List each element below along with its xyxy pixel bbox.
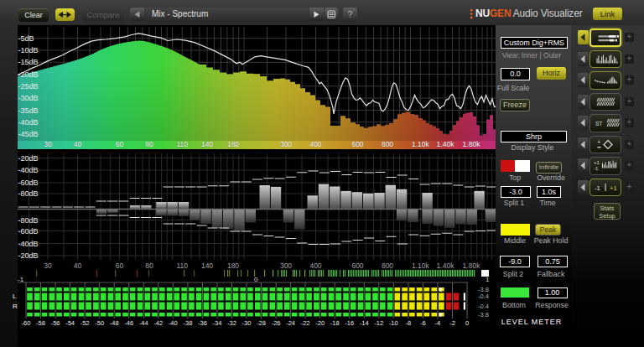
svg-text:1.10k: 1.10k [412, 140, 430, 148]
svg-text:-40dB: -40dB [18, 240, 39, 248]
svg-text:-25dB: -25dB [18, 82, 39, 91]
svg-text:-22: -22 [301, 319, 310, 327]
svg-text:-4: -4 [435, 319, 441, 327]
svg-text:-30: -30 [242, 319, 252, 327]
svg-text:-52: -52 [80, 319, 90, 327]
svg-text:-5dB: -5dB [18, 34, 34, 43]
svg-text:-80dB: -80dB [18, 216, 39, 225]
svg-text:-36: -36 [198, 319, 207, 327]
svg-text:1.80k: 1.80k [463, 140, 481, 148]
svg-text:400: 400 [309, 140, 321, 148]
svg-text:ST: ST [595, 121, 602, 127]
svg-text:80: 80 [145, 140, 153, 148]
svg-text:-1: -1 [594, 166, 599, 171]
svg-text:-40dB: -40dB [18, 166, 39, 174]
svg-text:-60dB: -60dB [18, 179, 39, 187]
svg-text:-60dB: -60dB [18, 227, 39, 236]
svg-text:+1: +1 [610, 184, 617, 192]
svg-text:30: 30 [44, 140, 52, 148]
svg-text:800: 800 [382, 140, 393, 148]
svg-text:180: 180 [227, 140, 239, 148]
svg-text:-14: -14 [360, 319, 369, 327]
svg-text:-20dB: -20dB [18, 70, 39, 79]
svg-text:+1: +1 [594, 160, 600, 165]
svg-text:-12: -12 [374, 319, 383, 327]
svg-text:-45dB: -45dB [18, 130, 39, 138]
svg-text:140: 140 [201, 140, 213, 148]
svg-text:60: 60 [116, 140, 124, 148]
svg-text:-32: -32 [227, 319, 236, 327]
svg-text:300: 300 [280, 140, 292, 148]
svg-text:-20dB: -20dB [18, 251, 39, 260]
svg-text:-28: -28 [257, 319, 266, 327]
svg-text:-60: -60 [22, 319, 31, 327]
svg-text:-38: -38 [183, 319, 192, 327]
svg-text:0: 0 [465, 319, 469, 327]
svg-text:40: 40 [74, 140, 82, 148]
svg-text:-58: -58 [36, 319, 45, 327]
svg-text:-8: -8 [406, 319, 412, 327]
svg-text:-42: -42 [153, 319, 163, 327]
svg-text:-16: -16 [345, 319, 354, 327]
svg-text:-2: -2 [449, 319, 455, 327]
svg-text:-44: -44 [139, 319, 148, 327]
svg-text:-46: -46 [124, 319, 133, 327]
svg-text:-34: -34 [212, 319, 221, 327]
svg-text:-10: -10 [389, 319, 398, 327]
svg-text:-24: -24 [286, 319, 295, 327]
svg-text:-15dB: -15dB [18, 58, 39, 66]
svg-text:-18: -18 [330, 319, 340, 327]
svg-text:-54: -54 [65, 319, 75, 327]
svg-text:-50: -50 [95, 319, 104, 327]
svg-text:1.40k: 1.40k [437, 140, 455, 148]
svg-text:-20dB: -20dB [18, 154, 39, 163]
svg-text:-56: -56 [51, 319, 60, 327]
svg-text:-10dB: -10dB [18, 46, 39, 54]
svg-text:-48: -48 [110, 319, 119, 327]
svg-text:-26: -26 [272, 319, 281, 327]
svg-text:-35dB: -35dB [18, 106, 39, 115]
svg-text:-40: -40 [169, 319, 178, 327]
svg-text:+: + [597, 137, 601, 145]
svg-text:-1: -1 [595, 184, 600, 192]
svg-text:-6: -6 [420, 319, 426, 327]
svg-text:600: 600 [351, 140, 363, 148]
svg-text:-80dB: -80dB [18, 189, 39, 198]
svg-text:-20: -20 [315, 319, 325, 327]
svg-text:-40dB: -40dB [18, 118, 39, 127]
svg-text:-30dB: -30dB [18, 94, 39, 102]
svg-text:110: 110 [177, 140, 189, 148]
